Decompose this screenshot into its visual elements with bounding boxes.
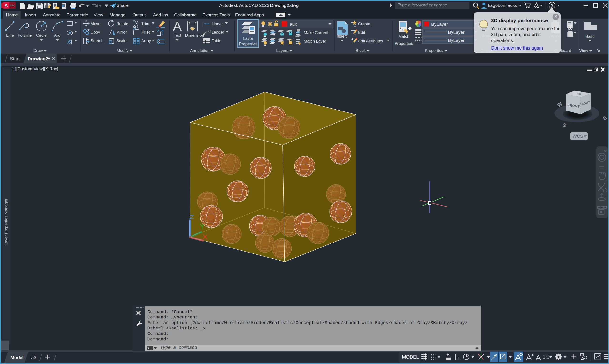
svg-text:Start: Start <box>10 56 20 61</box>
svg-text:E: E <box>602 115 608 121</box>
svg-text:ByLayer: ByLayer <box>431 22 448 27</box>
svg-text:WCS: WCS <box>572 134 583 139</box>
svg-text:Model: Model <box>11 355 24 360</box>
svg-text:ByLayer: ByLayer <box>448 30 465 35</box>
svg-text:a3: a3 <box>31 355 36 360</box>
svg-text:Drawing2*: Drawing2* <box>28 56 50 61</box>
svg-text:ByLayer: ByLayer <box>448 38 465 43</box>
svg-text:S: S <box>562 122 567 128</box>
svg-text:1:1: 1:1 <box>543 354 549 360</box>
